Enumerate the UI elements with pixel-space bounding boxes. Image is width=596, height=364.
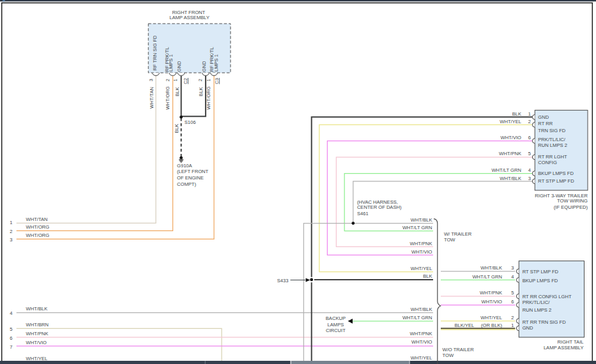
- svg-text:W/O TRAILER: W/O TRAILER: [443, 347, 475, 353]
- svg-text:GND: GND: [523, 325, 533, 331]
- svg-text:GND: GND: [201, 61, 207, 72]
- svg-text:RIGHT TAIL: RIGHT TAIL: [558, 339, 584, 345]
- svg-text:1: 1: [172, 79, 178, 81]
- svg-text:WHT/VIO: WHT/VIO: [482, 299, 503, 305]
- svg-text:WHT/PNK: WHT/PNK: [409, 241, 432, 246]
- svg-text:PRK/TL/LIC/: PRK/TL/LIC/: [538, 137, 566, 142]
- svg-text:WHT/VIO: WHT/VIO: [411, 249, 432, 255]
- svg-text:LMPS 1: LMPS 1: [168, 54, 174, 72]
- svg-text:RIGHT 3-WAY TRAILER: RIGHT 3-WAY TRAILER: [535, 193, 588, 199]
- svg-text:RF TRN SIG FD: RF TRN SIG FD: [152, 35, 158, 71]
- svg-text:WHT/YEL: WHT/YEL: [411, 355, 432, 361]
- svg-text:6: 6: [528, 135, 531, 140]
- svg-text:BLK: BLK: [174, 124, 180, 133]
- svg-text:RUN LMPS 2: RUN LMPS 2: [523, 307, 552, 313]
- svg-text:5: 5: [511, 290, 514, 296]
- svg-text:W/ TRAILER: W/ TRAILER: [444, 231, 472, 237]
- svg-text:4: 4: [511, 274, 514, 280]
- svg-text:WHT/BLK: WHT/BLK: [26, 306, 48, 312]
- svg-text:OF ENGINE: OF ENGINE: [177, 175, 204, 181]
- svg-text:4: 4: [528, 167, 531, 173]
- svg-text:WHT/LT GRN: WHT/LT GRN: [402, 315, 432, 321]
- svg-text:WHT/PNK: WHT/PNK: [480, 290, 502, 296]
- svg-text:WHT/YEL: WHT/YEL: [26, 356, 48, 361]
- svg-text:WHT/TAN: WHT/TAN: [149, 87, 155, 109]
- svg-text:WHT/YEL: WHT/YEL: [411, 266, 432, 271]
- svg-text:PRK/TL/LIC/: PRK/TL/LIC/: [523, 300, 551, 305]
- svg-text:5: 5: [10, 326, 12, 332]
- svg-text:WHT/YEL: WHT/YEL: [500, 119, 521, 125]
- svg-text:RT STP LMP FD: RT STP LMP FD: [523, 269, 559, 275]
- svg-text:G910A: G910A: [177, 163, 193, 169]
- svg-text:1: 1: [10, 220, 12, 225]
- svg-text:LAMPS: LAMPS: [328, 322, 344, 328]
- svg-text:BKUP LMPS FD: BKUP LMPS FD: [538, 171, 574, 176]
- svg-text:5: 5: [528, 151, 531, 156]
- svg-text:(OR BLK): (OR BLK): [481, 322, 502, 328]
- svg-text:WHT/BRN: WHT/BRN: [26, 322, 49, 328]
- svg-text:WHT/TAN: WHT/TAN: [26, 216, 48, 222]
- svg-text:3: 3: [528, 176, 531, 181]
- svg-text:LAMP ASSEMBLY: LAMP ASSEMBLY: [544, 345, 584, 351]
- svg-text:RT STP LMP FD: RT STP LMP FD: [538, 178, 574, 184]
- svg-text:WHT/PNK: WHT/PNK: [26, 331, 49, 337]
- svg-text:TOW: TOW: [444, 237, 455, 243]
- svg-text:CIRCUIT: CIRCUIT: [326, 328, 346, 333]
- svg-text:WHT/VIO: WHT/VIO: [26, 340, 47, 345]
- svg-text:3: 3: [10, 237, 12, 243]
- svg-text:1: 1: [511, 322, 514, 328]
- svg-text:S461: S461: [357, 211, 369, 216]
- svg-text:2: 2: [511, 315, 514, 321]
- svg-text:6: 6: [511, 299, 514, 305]
- svg-text:(IF EQUIPPED): (IF EQUIPPED): [554, 204, 588, 210]
- svg-text:BLK: BLK: [174, 87, 180, 96]
- svg-text:7: 7: [10, 344, 12, 350]
- svg-text:WHT/YEL: WHT/YEL: [480, 315, 502, 321]
- svg-text:WHT/BLK: WHT/BLK: [411, 217, 432, 223]
- svg-text:LMPS 1: LMPS 1: [213, 54, 219, 72]
- svg-text:GND: GND: [176, 61, 182, 72]
- svg-text:RT RR: RT RR: [538, 121, 553, 126]
- svg-text:WHT/BLK: WHT/BLK: [500, 176, 521, 181]
- svg-text:2: 2: [165, 79, 171, 81]
- svg-text:WHT/BLK: WHT/BLK: [411, 307, 432, 312]
- svg-text:TRN SIG FD: TRN SIG FD: [538, 128, 566, 133]
- svg-text:6: 6: [10, 335, 12, 341]
- svg-text:WHT/ORG: WHT/ORG: [206, 86, 211, 110]
- svg-text:TOW: TOW: [443, 353, 454, 358]
- svg-text:RT RR CONFIG LGHT: RT RR CONFIG LGHT: [523, 294, 572, 300]
- svg-text:WHT/BLK: WHT/BLK: [480, 265, 502, 271]
- svg-text:3: 3: [511, 265, 514, 271]
- svg-text:WHT/ORG: WHT/ORG: [26, 232, 50, 238]
- svg-text:BLK: BLK: [198, 87, 204, 96]
- svg-text:2: 2: [528, 119, 531, 125]
- svg-text:BLK: BLK: [512, 111, 521, 117]
- svg-text:WHT/LT GRN: WHT/LT GRN: [402, 225, 432, 231]
- svg-text:1: 1: [206, 79, 211, 81]
- svg-text:BLK/YEL: BLK/YEL: [454, 322, 474, 328]
- svg-text:4: 4: [10, 310, 12, 316]
- svg-text:WHT/VIO: WHT/VIO: [411, 339, 432, 345]
- svg-text:BLK: BLK: [423, 273, 432, 279]
- svg-text:S433: S433: [277, 278, 289, 284]
- svg-text:GND: GND: [538, 114, 549, 120]
- svg-text:BKUP LMPS FD: BKUP LMPS FD: [523, 278, 558, 284]
- svg-text:WHT/PNK: WHT/PNK: [409, 331, 432, 337]
- svg-text:WHT/VIO: WHT/VIO: [501, 135, 522, 140]
- svg-text:TOW WIRING: TOW WIRING: [557, 198, 588, 204]
- svg-text:COMPT): COMPT): [177, 181, 196, 187]
- svg-text:RUN LMPS 2: RUN LMPS 2: [538, 142, 567, 148]
- svg-text:CONFIG: CONFIG: [538, 160, 557, 165]
- svg-text:2: 2: [10, 229, 12, 234]
- svg-text:RT RR LGHT: RT RR LGHT: [538, 154, 567, 160]
- svg-text:C2: C2: [183, 78, 188, 84]
- svg-text:RT RR TRN SIG FD: RT RR TRN SIG FD: [523, 319, 566, 325]
- svg-text:WHT/LT GRN: WHT/LT GRN: [472, 274, 502, 280]
- svg-text:WHT/PNK: WHT/PNK: [499, 151, 521, 156]
- svg-text:WHT/ORG: WHT/ORG: [26, 224, 50, 230]
- svg-text:2: 2: [197, 79, 203, 81]
- svg-text:WHT/LT GRN: WHT/LT GRN: [491, 167, 521, 173]
- svg-text:LAMP ASSEMBLY: LAMP ASSEMBLY: [169, 15, 210, 20]
- svg-text:(LEFT FRONT: (LEFT FRONT: [177, 169, 209, 174]
- svg-text:C3: C3: [214, 78, 220, 84]
